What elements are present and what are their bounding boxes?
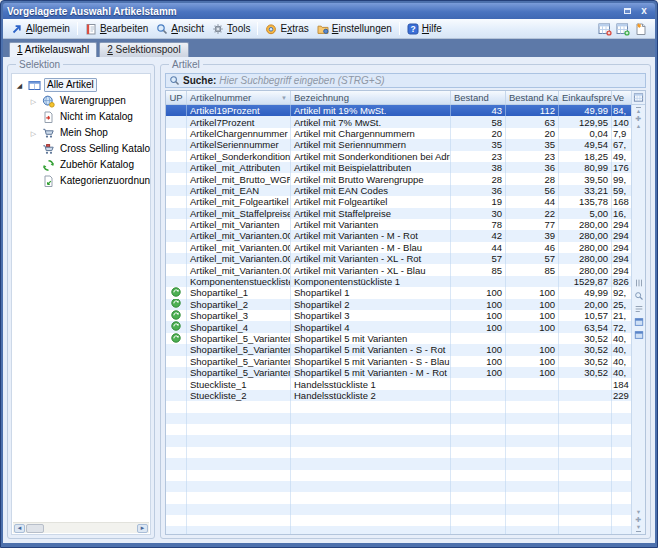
column-header-bezeichnung[interactable]: Bezeichnung — [291, 91, 451, 104]
cell-einkaufspreis: 80,99 — [559, 162, 612, 173]
tree-expander-collapsed-icon[interactable]: ▷ — [29, 129, 38, 138]
tree-expander-expanded-icon[interactable]: ◢ — [15, 81, 24, 90]
tab-artikelauswahl[interactable]: 1 Artikelauswahl — [9, 42, 97, 57]
table-red-icon[interactable] — [598, 22, 612, 36]
cell-up — [166, 299, 187, 310]
column-header-bestand[interactable]: Bestand — [451, 91, 506, 104]
table-row[interactable]: Artikel_mit_Varianten.004Artikel mit Var… — [166, 242, 631, 253]
tree-item-zubehör-katalog[interactable]: Zubehör Katalog — [29, 157, 150, 173]
cell-ve: 40, — [612, 356, 631, 367]
scroll-right-button[interactable]: ► — [137, 524, 148, 533]
cell-artikelnummer: Komponentenstueckliste_1 — [187, 276, 291, 287]
column-header-bestand-kalk-[interactable]: Bestand Kalk. — [506, 91, 559, 104]
cell-up — [166, 208, 187, 219]
grid-scrollbar[interactable]: ▲ ✚ ▲ ▼ ✚ ▼ — [631, 105, 645, 534]
table-row[interactable]: Stueckliste_2Handelsstückliste 2229 — [166, 390, 631, 401]
table-row[interactable]: Artikel_mit_FolgeartikelArtikel mit Folg… — [166, 196, 631, 207]
cell-bestand-kalk: 36 — [506, 162, 559, 173]
table-row[interactable]: Shopartikel_3Shopartikel 310010010,5721, — [166, 310, 631, 321]
empty-cell — [166, 504, 187, 515]
column-header-label: Einkaufspreis — [562, 92, 612, 103]
table-row[interactable]: Shopartikel_5_VariantenShopartikel 5 mit… — [166, 333, 631, 344]
empty-cell — [451, 470, 506, 481]
grid-header: UPArtikelnummer▼BezeichnungBestandBestan… — [166, 91, 645, 105]
tree-expander-collapsed-icon[interactable]: ▷ — [29, 97, 38, 106]
table-row[interactable]: ArtikelChargennummerArtikel mit Chargenn… — [166, 128, 631, 139]
close-button[interactable]: x — [637, 5, 651, 17]
new-document-icon[interactable] — [634, 22, 647, 36]
svg-text:?: ? — [410, 24, 415, 34]
table-row[interactable]: Artikel_mit_Brutto_WGRArtikel mit Brutto… — [166, 173, 631, 184]
cell-bestand-kalk: 100 — [506, 367, 559, 378]
table-row[interactable]: Artikel_mit_VariantenArtikel mit Variant… — [166, 219, 631, 230]
cell-bezeichnung: Handelsstückliste 1 — [291, 378, 451, 389]
panel-icon[interactable] — [634, 330, 644, 340]
scroll-jump-up-icon[interactable]: ✚ — [636, 115, 642, 123]
table-row[interactable]: Artikel_mit_EANArtikel mit EAN Codes3656… — [166, 185, 631, 196]
table-row[interactable]: Artikel_mit_Varianten.005Artikel mit Var… — [166, 253, 631, 264]
tree-h-scrollbar[interactable]: ◄ ► — [13, 522, 149, 533]
restore-button[interactable] — [620, 5, 634, 17]
search-bar[interactable]: Suche: — [165, 73, 646, 88]
bars-icon[interactable] — [634, 278, 644, 288]
tree-item-mein-shop[interactable]: ▷Mein Shop — [29, 125, 150, 141]
table-row[interactable]: Shopartikel_2Shopartikel 210010020,0025, — [166, 299, 631, 310]
toolbar-button-ansicht[interactable]: Ansicht — [152, 22, 208, 36]
cell-einkaufspreis: 39,50 — [559, 173, 612, 184]
magnifier-icon[interactable] — [634, 291, 644, 301]
list-icon[interactable] — [634, 304, 644, 314]
cell-up — [166, 139, 187, 150]
scroll-jump-down-icon[interactable]: ✚ — [636, 516, 642, 524]
title-bar: Vorgelagerte Auswahl Artikelstamm x — [3, 3, 655, 19]
table-row[interactable]: Shopartikel_5_Varianten.3Shopartikel 5 m… — [166, 367, 631, 378]
toolbar-button-tools[interactable]: Tools — [208, 22, 254, 36]
toolbar-button-einstellungen[interactable]: Einstellungen — [313, 22, 396, 36]
table-row[interactable]: Artikel19ProzentArtikel mit 19% MwSt.431… — [166, 105, 631, 116]
scroll-last-icon[interactable]: ▼ — [636, 524, 641, 532]
table-row[interactable]: Artikel_mit_AttributenArtikel mit Beispi… — [166, 162, 631, 173]
table-row[interactable]: Artikel7ProzentArtikel mit 7% MwSt.58631… — [166, 116, 631, 127]
column-chooser-button[interactable] — [631, 91, 645, 104]
tree-item-alle-artikel[interactable]: ◢Alle Artikel — [15, 77, 150, 93]
scroll-first-icon[interactable]: ▲ — [636, 107, 641, 115]
table-row[interactable]: Artikel_SonderkonditionenArtikel mit Son… — [166, 151, 631, 162]
tree-item-kategorienzuordnung-entfernen[interactable]: Kategorienzuordnung entfernen — [29, 173, 150, 189]
table-row[interactable]: Shopartikel_5_Varianten.1Shopartikel 5 m… — [166, 344, 631, 355]
table-row[interactable]: Komponentenstueckliste_1Komponentenstück… — [166, 276, 631, 287]
cell-einkaufspreis: 280,00 — [559, 253, 612, 264]
table-row[interactable]: Artikel_mit_Varianten.003Artikel mit Var… — [166, 230, 631, 241]
column-header-ve[interactable]: Ve — [612, 91, 631, 104]
toolbar-button-extras[interactable]: Extras — [261, 22, 312, 36]
column-header-label: UP — [169, 92, 182, 103]
table-row[interactable]: Artikel_mit_Varianten.006Artikel mit Var… — [166, 264, 631, 275]
tab-selektionspool[interactable]: 2 Selektionspool — [99, 42, 188, 57]
table-row[interactable]: Shopartikel_5_Varianten.2Shopartikel 5 m… — [166, 356, 631, 367]
table-row[interactable]: Shopartikel_4Shopartikel 410010063,5472, — [166, 321, 631, 332]
globe-icon — [41, 95, 55, 108]
scroll-down-icon[interactable]: ▼ — [636, 509, 641, 516]
tree-item-nicht-im-katalog[interactable]: Nicht im Katalog — [29, 109, 150, 125]
table-row[interactable]: Shopartikel_1Shopartikel 110010049,9992, — [166, 287, 631, 298]
cell-up — [166, 230, 187, 241]
scrollbar-thumb[interactable] — [26, 524, 44, 533]
scroll-up-icon[interactable]: ▲ — [636, 123, 641, 130]
toolbar-button-hilfe[interactable]: ?Hilfe — [403, 22, 446, 36]
cell-artikelnummer: Shopartikel_5_Varianten.2 — [187, 356, 291, 367]
toolbar-button-allgemein[interactable]: Allgemein — [7, 22, 74, 36]
cart-icon — [41, 127, 55, 140]
tree-item-cross-selling-katalog[interactable]: Cross Selling Katalog — [29, 141, 150, 157]
column-header-einkaufspreis[interactable]: Einkaufspreis — [559, 91, 612, 104]
cell-bestand — [451, 276, 506, 287]
tree-item-warengruppen[interactable]: ▷Warengruppen — [29, 93, 150, 109]
column-header-up[interactable]: UP — [166, 91, 187, 104]
toolbar-button-bearbeiten[interactable]: Bearbeiten — [81, 22, 152, 36]
table-row[interactable]: Stueckliste_1Handelsstückliste 1184 — [166, 378, 631, 389]
table-green-icon[interactable] — [616, 22, 630, 36]
panel-icon[interactable] — [634, 317, 644, 327]
search-input[interactable] — [219, 75, 642, 86]
scroll-left-button[interactable]: ◄ — [14, 524, 25, 533]
toolbar-button-label: Allgemein — [26, 23, 70, 34]
table-row[interactable]: Artikel_mit_StaffelpreiseArtikel mit Sta… — [166, 208, 631, 219]
table-row[interactable]: ArtikelSeriennummerArtikel mit Seriennum… — [166, 139, 631, 150]
column-header-artikelnummer[interactable]: Artikelnummer▼ — [187, 91, 291, 104]
